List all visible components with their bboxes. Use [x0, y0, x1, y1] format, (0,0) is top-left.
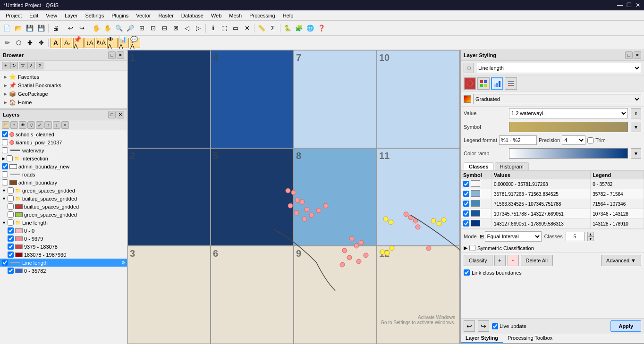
label-show-btn[interactable]: 👁A: [107, 38, 118, 48]
ll-9379-183078-cb[interactable]: [8, 243, 14, 250]
delete-all-btn[interactable]: Delete All: [521, 255, 553, 266]
class2-legend[interactable]: 35782 - 71564: [591, 189, 644, 199]
apply-btn[interactable]: Apply: [610, 320, 641, 332]
browser-collapse-all-btn[interactable]: ⤦: [27, 62, 35, 69]
class1-legend[interactable]: 0 - 35782: [591, 179, 644, 189]
layer-green-sub-cb[interactable]: [8, 211, 14, 218]
layer-linelen-grp[interactable]: ▼ 📁 Line length: [0, 218, 127, 227]
identify-btn[interactable]: ℹ: [208, 23, 218, 34]
redo-btn[interactable]: ↪: [76, 23, 87, 34]
pan-map-btn[interactable]: 🖐: [91, 23, 102, 34]
rule-based-btn[interactable]: [505, 77, 517, 90]
precision-select[interactable]: 4 0 1 2 3 5: [562, 135, 585, 145]
live-update-cb[interactable]: [492, 323, 498, 329]
move-feature-btn[interactable]: ✥: [36, 38, 46, 48]
menu-raster[interactable]: Raster: [154, 12, 177, 19]
layer-admin-new[interactable]: admin_boundary_new: [0, 162, 127, 170]
ls-close-btn[interactable]: ✕: [634, 51, 641, 59]
ll-0-35782-cb[interactable]: [8, 268, 14, 274]
layer-schools-cb[interactable]: [2, 131, 8, 137]
layer-waterway-cb[interactable]: [2, 147, 8, 153]
layer-toggle-btn[interactable]: 👁: [19, 121, 26, 129]
browser-item-home[interactable]: ▶ 🏠 Home: [2, 98, 125, 107]
add-feature-btn[interactable]: ✚: [25, 38, 35, 48]
help-btn[interactable]: ❓: [316, 23, 327, 34]
layer-ll-0-9379[interactable]: 0 - 9379: [0, 235, 127, 243]
classes-down-btn[interactable]: ▼: [587, 236, 594, 241]
menu-web[interactable]: Web: [207, 12, 225, 19]
layer-intersection-cb[interactable]: [7, 155, 13, 161]
browser-item-geopackage[interactable]: ▶ 📦 GeoPackage: [2, 90, 125, 98]
label-move-btn[interactable]: ↕A: [85, 38, 95, 48]
menu-settings[interactable]: Settings: [81, 12, 108, 19]
undo-btn[interactable]: ↩: [65, 23, 76, 34]
layer-roads-cb[interactable]: [2, 171, 8, 177]
ls-collapse-btn[interactable]: □: [625, 51, 633, 59]
menu-processing[interactable]: Processing: [246, 12, 279, 19]
color-ramp-preview[interactable]: [509, 148, 628, 159]
close-btn[interactable]: ✕: [636, 2, 640, 8]
zoom-layer-btn[interactable]: ⊡: [148, 23, 158, 34]
tab-layer-styling[interactable]: Layer Styling: [461, 334, 503, 343]
mode-select[interactable]: Equal Interval Quantile Natural Breaks S…: [485, 231, 542, 242]
layer-ll-0-0[interactable]: 0 - 0: [0, 227, 127, 235]
layer-builtup-grp[interactable]: ▼ 📁 builtup_spaces_gridded: [0, 194, 127, 202]
graduated-btn[interactable]: [491, 77, 503, 90]
layer-up-btn[interactable]: ↑: [44, 121, 52, 129]
python-btn[interactable]: 🐍: [282, 23, 293, 34]
class3-legend[interactable]: 71564 - 107346: [591, 199, 644, 209]
tab-classes[interactable]: Classes: [464, 162, 494, 170]
class5-cb[interactable]: [463, 220, 469, 227]
zoom-out-btn[interactable]: 🔎: [125, 23, 136, 34]
tab-histogram[interactable]: Histogram: [495, 162, 529, 170]
browser-filter-btn[interactable]: ▽: [19, 62, 26, 69]
layer-intersection-grp[interactable]: ▶ 📁 Intersection: [0, 154, 127, 162]
zoom-in-btn[interactable]: 🔍: [114, 23, 124, 34]
class3-color[interactable]: [471, 200, 480, 207]
layers-collapse-btn[interactable]: □: [108, 111, 116, 118]
line-length-cb[interactable]: [2, 260, 8, 266]
layer-admin-cb[interactable]: [2, 179, 8, 185]
browser-item-favorites[interactable]: ▶ ⭐ Favorites: [2, 73, 125, 81]
remove-class-btn[interactable]: -: [508, 255, 519, 266]
layer-more-btn[interactable]: »: [61, 121, 69, 129]
globe-btn[interactable]: 🌐: [305, 23, 315, 34]
zoom-full-btn[interactable]: ⊞: [136, 23, 147, 34]
tab-processing-toolbox[interactable]: Processing Toolbox: [503, 334, 557, 343]
symbol-change-btn[interactable]: ▼: [631, 122, 641, 132]
layer-collapse-btn[interactable]: ⤦: [36, 121, 43, 129]
link-boundaries-cb[interactable]: [464, 269, 470, 276]
browser-add-btn[interactable]: +: [2, 62, 9, 69]
label-rotate-btn[interactable]: ↻A: [96, 38, 106, 48]
symbol-preview[interactable]: [509, 122, 628, 132]
styling-undo-btn[interactable]: ↩: [464, 320, 475, 332]
label-pin-btn[interactable]: 📌A: [73, 38, 84, 48]
layer-linelen-grp-cb[interactable]: [8, 219, 14, 226]
class4-color[interactable]: [471, 210, 480, 217]
layer-schools-cleaned[interactable]: schools_cleaned: [0, 130, 127, 138]
map-area[interactable]: 1 4 7 10 2 5 8 11 3 6 9 12: [127, 50, 460, 344]
menu-database[interactable]: Database: [178, 12, 207, 19]
open-project-btn[interactable]: 📂: [13, 23, 24, 34]
layer-green-grp[interactable]: ▼ 📁 green_spaces_gridded: [0, 186, 127, 194]
class4-cb[interactable]: [463, 210, 469, 217]
zoom-prev-btn[interactable]: ◁: [182, 23, 192, 34]
digitize-btn[interactable]: ✏: [2, 38, 12, 48]
layer-selector[interactable]: Line length: [476, 63, 641, 73]
layer-kiambu-cb[interactable]: [2, 139, 8, 145]
zoom-selection-btn[interactable]: ⊟: [159, 23, 169, 34]
menu-plugins[interactable]: Plugins: [108, 12, 132, 19]
legend-format-input[interactable]: [499, 135, 537, 145]
edit-node-btn[interactable]: ⬡: [13, 38, 24, 48]
color-ramp-change-btn[interactable]: ▼: [631, 148, 641, 159]
label-callout-btn[interactable]: 💬A: [130, 38, 140, 48]
layers-close-btn[interactable]: ✕: [117, 111, 124, 118]
new-project-btn[interactable]: 📄: [2, 23, 12, 34]
measure-btn[interactable]: 📏: [256, 23, 267, 34]
zoom-native-btn[interactable]: ⊠: [170, 23, 181, 34]
class1-cb[interactable]: [463, 181, 469, 187]
layer-roads[interactable]: roads: [0, 170, 127, 178]
layer-down-btn[interactable]: ↓: [53, 121, 60, 129]
maximize-btn[interactable]: ❐: [627, 2, 632, 8]
layer-waterway[interactable]: waterway: [0, 146, 127, 154]
